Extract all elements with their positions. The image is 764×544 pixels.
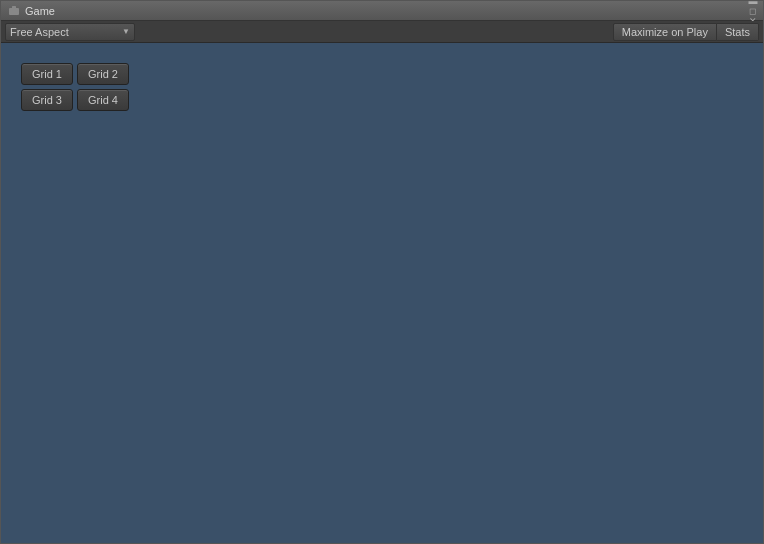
stats-button[interactable]: Stats [717, 23, 759, 41]
aspect-dropdown[interactable]: Free Aspect ▼ [5, 23, 135, 41]
game-window: Game ▬ ◻ ✕ Free Aspect ▼ Maximize on Pla… [0, 0, 764, 544]
title-bar-controls: ▬ ◻ ✕ [749, 7, 757, 15]
game-icon [7, 4, 21, 18]
svg-rect-0 [9, 8, 19, 15]
toolbar: Free Aspect ▼ Maximize on Play Stats [1, 21, 763, 43]
grid-1-button[interactable]: Grid 1 [21, 63, 73, 85]
window-controls: ▬ ◻ ✕ [749, 7, 757, 15]
svg-rect-1 [12, 6, 16, 9]
grid-buttons: Grid 1 Grid 2 Grid 3 Grid 4 [21, 63, 129, 111]
chevron-down-icon: ▼ [122, 27, 130, 36]
toolbar-right: Maximize on Play Stats [613, 23, 759, 41]
title-bar: Game ▬ ◻ ✕ [1, 1, 763, 21]
grid-2-button[interactable]: Grid 2 [77, 63, 129, 85]
game-view: Grid 1 Grid 2 Grid 3 Grid 4 [1, 43, 763, 543]
grid-4-button[interactable]: Grid 4 [77, 89, 129, 111]
maximize-on-play-button[interactable]: Maximize on Play [613, 23, 717, 41]
grid-3-button[interactable]: Grid 3 [21, 89, 73, 111]
aspect-label: Free Aspect [10, 26, 69, 38]
window-title: Game [25, 5, 749, 17]
